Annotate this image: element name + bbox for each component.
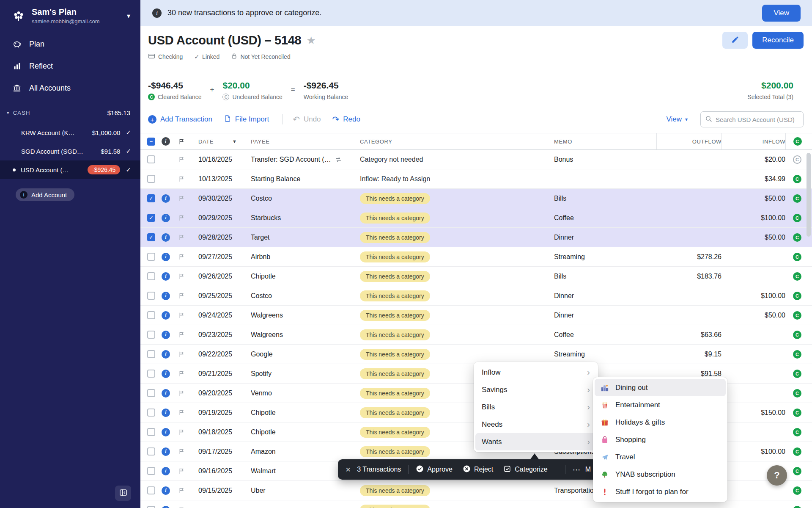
edit-account-button[interactable]	[722, 32, 748, 49]
category-group-item[interactable]: Savings›	[475, 381, 596, 398]
add-transaction-button[interactable]: + Add Transaction	[148, 115, 212, 124]
row-checkbox[interactable]	[147, 175, 155, 183]
cleared-icon[interactable]: C	[793, 486, 801, 495]
category-badge[interactable]: This needs a category	[360, 290, 430, 301]
row-checkbox[interactable]	[147, 350, 155, 358]
flag-icon[interactable]	[175, 370, 188, 377]
category-badge[interactable]: This needs a category	[360, 251, 430, 262]
category-group-item[interactable]: Wants›	[475, 433, 596, 450]
star-icon[interactable]: ★	[306, 34, 315, 47]
cleared-icon[interactable]: C	[793, 428, 801, 436]
header-payee[interactable]: PAYEE	[251, 133, 360, 149]
row-checkbox[interactable]: ✓	[147, 194, 155, 202]
approve-button[interactable]: Approve	[416, 465, 453, 475]
category-group-item[interactable]: Inflow›	[475, 364, 596, 381]
category-item[interactable]: YNAB subscription	[595, 466, 726, 483]
flag-icon[interactable]	[175, 214, 188, 221]
cleared-icon[interactable]: C	[793, 350, 801, 359]
transaction-row[interactable]: ✓i09/29/2025StarbucksThis needs a catego…	[140, 208, 812, 228]
flag-icon[interactable]	[175, 506, 188, 508]
category-group-item[interactable]: Needs›	[475, 416, 596, 433]
flag-icon[interactable]	[175, 234, 188, 241]
scrollbar-thumb[interactable]	[807, 153, 811, 237]
info-icon[interactable]: i	[162, 428, 170, 436]
cleared-icon[interactable]: C	[793, 389, 801, 398]
cash-section-header[interactable]: ▾ CASH $165.13	[0, 99, 140, 116]
flag-icon[interactable]	[175, 195, 188, 202]
redo-button[interactable]: ↷ Redo	[332, 115, 360, 124]
row-checkbox[interactable]	[147, 447, 155, 456]
info-icon[interactable]: i	[162, 331, 170, 339]
row-checkbox[interactable]	[147, 467, 155, 475]
cleared-icon[interactable]: C	[793, 194, 801, 203]
sidebar-account-item[interactable]: SGD Account (SGD…$91.58✓	[0, 142, 140, 160]
cleared-icon[interactable]: C	[793, 409, 801, 417]
category-badge[interactable]: This needs a category	[360, 349, 430, 360]
row-checkbox[interactable]: ✓	[147, 233, 155, 241]
file-import-button[interactable]: File Import	[224, 115, 269, 124]
row-checkbox[interactable]	[147, 370, 155, 378]
flag-icon[interactable]	[175, 175, 188, 182]
category-badge[interactable]: This needs a category	[360, 329, 430, 340]
reject-button[interactable]: Reject	[463, 465, 493, 475]
category-badge[interactable]: This needs a category	[360, 388, 430, 399]
sidebar-item-reflect[interactable]: Reflect	[0, 55, 140, 77]
row-checkbox[interactable]	[147, 506, 155, 508]
info-icon[interactable]: i	[162, 389, 170, 398]
row-checkbox[interactable]	[147, 486, 155, 494]
info-icon[interactable]: i	[162, 486, 170, 495]
flag-icon[interactable]	[175, 428, 188, 436]
category-group-item[interactable]: Bills›	[475, 398, 596, 416]
row-checkbox[interactable]	[147, 253, 155, 261]
category-badge[interactable]: This needs a category	[360, 485, 430, 496]
category-badge[interactable]: This needs a category	[360, 310, 430, 321]
category-item[interactable]: Dining out	[595, 379, 726, 396]
undo-button[interactable]: ↶ Undo	[293, 115, 321, 124]
row-checkbox[interactable]	[147, 155, 155, 163]
cleared-icon[interactable]: C	[793, 175, 801, 183]
info-icon[interactable]: i	[162, 370, 170, 378]
flag-icon[interactable]	[175, 331, 188, 338]
transaction-row[interactable]: 10/16/2025Transfer: SGD Account (…Catego…	[140, 150, 812, 169]
header-category[interactable]: CATEGORY	[360, 133, 554, 149]
info-icon[interactable]: i	[162, 447, 170, 456]
transaction-row[interactable]: i09/23/2025WalgreensThis needs a categor…	[140, 325, 812, 345]
transaction-row[interactable]: ✓i09/28/2025TargetThis needs a categoryD…	[140, 228, 812, 247]
more-button[interactable]: ⋯ M	[573, 465, 591, 475]
transaction-row[interactable]: i09/22/2025GoogleThis needs a categorySt…	[140, 345, 812, 364]
cleared-icon[interactable]: C	[793, 214, 801, 222]
cleared-icon[interactable]: C	[793, 233, 801, 242]
reconcile-button[interactable]: Reconcile	[752, 32, 804, 49]
cleared-icon[interactable]: C	[793, 311, 801, 320]
transaction-row[interactable]: i09/25/2025CostcoThis needs a categoryDi…	[140, 286, 812, 306]
category-badge[interactable]: This needs a category	[360, 407, 430, 418]
uncleared-icon[interactable]: C	[793, 155, 801, 164]
transaction-row[interactable]: i09/24/2025WalgreensThis needs a categor…	[140, 306, 812, 325]
header-inflow[interactable]: INFLOW	[721, 133, 785, 149]
flag-icon[interactable]	[175, 448, 188, 455]
category-badge[interactable]: This needs a category	[360, 446, 430, 457]
view-dropdown[interactable]: View ▾	[666, 115, 688, 124]
flag-icon[interactable]	[175, 312, 188, 319]
select-all-checkbox[interactable]: −	[147, 138, 155, 146]
cleared-icon[interactable]: C	[793, 331, 801, 339]
flag-icon[interactable]	[175, 156, 188, 163]
flag-icon[interactable]	[175, 487, 188, 494]
flag-icon[interactable]	[175, 351, 188, 358]
search-input[interactable]	[716, 116, 799, 123]
category-item[interactable]: Travel	[595, 448, 726, 466]
row-checkbox[interactable]: ✓	[147, 214, 155, 222]
info-icon[interactable]: i	[162, 409, 170, 417]
add-account-button[interactable]: + Add Account	[16, 188, 74, 201]
flag-icon[interactable]	[175, 467, 188, 475]
cleared-icon[interactable]: C	[793, 272, 801, 281]
category-badge[interactable]: This needs a category	[360, 232, 430, 243]
banner-view-button[interactable]: View	[762, 5, 801, 22]
category-badge[interactable]: This needs a category	[360, 193, 430, 204]
info-icon[interactable]: i	[162, 506, 170, 508]
transaction-row[interactable]: 10/13/2025Starting BalanceInflow: Ready …	[140, 169, 812, 189]
info-icon[interactable]: i	[162, 350, 170, 359]
category-badge[interactable]: This needs a category	[360, 271, 430, 282]
flag-icon[interactable]	[175, 389, 188, 397]
sidebar-account-item[interactable]: USD Account (…-$926.45✓	[0, 160, 140, 179]
